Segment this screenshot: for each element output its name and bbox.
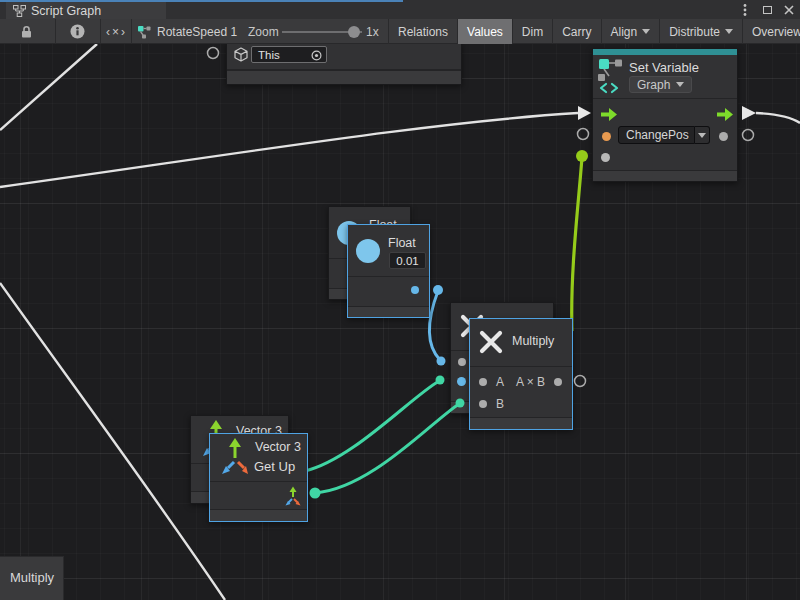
code-toggle-glyph: ‹×› [106, 25, 127, 39]
variable-kind-dropdown[interactable]: Graph [629, 76, 692, 93]
flow-arrowhead-out [742, 106, 756, 120]
vector3-output-port-icon[interactable] [283, 485, 303, 507]
carry-button[interactable]: Carry [552, 19, 600, 44]
inspect-button[interactable] [70, 19, 85, 44]
float-value: 0.01 [396, 255, 418, 267]
vector3-getup-node[interactable]: Vector 3 Get Up [209, 433, 308, 522]
dim-button[interactable]: Dim [512, 19, 552, 44]
input-b-port[interactable] [479, 400, 487, 408]
graph-node-icon [137, 25, 151, 39]
node-title: Multiply [10, 570, 54, 585]
float-node[interactable]: Float 0.01 [347, 224, 430, 318]
unconnected-port-setvariable-right[interactable] [743, 130, 754, 141]
graph-canvas[interactable]: Float Vector 3 This [0, 0, 800, 600]
values-button[interactable]: Values [457, 19, 512, 44]
chevron-down-icon [642, 29, 650, 34]
set-variable-icon [598, 57, 628, 95]
this-node[interactable]: This [226, 42, 462, 85]
unconnected-port-this[interactable] [208, 48, 219, 59]
relations-button[interactable]: Relations [388, 19, 457, 44]
output-port[interactable] [719, 132, 728, 141]
variable-name: ChangePos [626, 128, 689, 142]
flow-out-arrow-icon[interactable] [717, 108, 733, 121]
node-footer [227, 70, 461, 84]
float-value-field[interactable]: 0.01 [389, 252, 426, 269]
multiply-icon [478, 329, 504, 355]
variable-kind-label: Graph [637, 78, 670, 92]
this-field-value: This [258, 49, 280, 61]
maximize-button[interactable] [760, 3, 774, 17]
close-button[interactable] [782, 3, 796, 17]
node-title: Set Variable [629, 60, 699, 75]
tab-title: Script Graph [31, 4, 101, 18]
input-a-label: A [496, 375, 504, 389]
maximize-icon [763, 6, 772, 14]
lock-icon [20, 25, 33, 39]
flow-in-arrow-icon[interactable] [601, 108, 617, 121]
object-picker-icon[interactable] [311, 50, 322, 61]
wire-end-mint-upper [436, 376, 445, 385]
multiply-node[interactable]: Multiply A A × B B [469, 318, 573, 430]
variable-port[interactable] [602, 132, 611, 141]
wire-end-blue [437, 357, 446, 366]
code-preview-toggle[interactable]: ‹×› [106, 19, 127, 44]
zoom-slider-handle[interactable] [348, 26, 360, 38]
align-dropdown[interactable]: Align [601, 19, 660, 44]
flow-wire-topleft [0, 44, 97, 130]
distribute-dropdown[interactable]: Distribute [659, 19, 742, 44]
node-footer [593, 170, 737, 181]
port-dot-connected-blue[interactable] [457, 377, 466, 386]
float-output-port[interactable] [411, 286, 419, 294]
overview-button[interactable]: Overview [742, 19, 800, 44]
flow-wire-into-setvariable [0, 113, 578, 187]
graph-breadcrumb[interactable]: RotateSpeed 1 [137, 19, 237, 44]
gameobject-cube-icon [233, 47, 249, 63]
script-graph-icon [13, 5, 26, 17]
float-icon [356, 239, 380, 263]
toolbar-button-group: Relations Values Dim Carry Align Distrib… [388, 19, 800, 44]
window-menu-button[interactable] [738, 3, 752, 17]
chevron-down-icon [725, 29, 733, 34]
node-footer [210, 509, 307, 521]
flow-arrowhead-in [578, 106, 591, 120]
multiply-node-corner[interactable]: Multiply [0, 556, 64, 600]
this-object-field[interactable]: This [251, 46, 327, 63]
value-port-connected[interactable] [601, 153, 610, 162]
tab-script-graph[interactable]: Script Graph [6, 2, 166, 19]
variable-name-field[interactable]: ChangePos [618, 126, 695, 144]
wire-multiply-to-setvariable [572, 157, 582, 331]
graph-name: RotateSpeed 1 [157, 25, 237, 39]
wire-float-to-multiply [430, 291, 440, 360]
input-b-label: B [496, 397, 504, 411]
zoom-value: 1x [366, 19, 379, 44]
variable-color-bar [593, 49, 737, 55]
lock-button[interactable] [20, 19, 33, 44]
node-title: Multiply [512, 334, 554, 348]
zoom-slider[interactable] [282, 19, 362, 44]
output-port[interactable] [554, 378, 562, 386]
info-icon [70, 24, 85, 39]
unconnected-port-setvariable-left[interactable] [578, 129, 589, 140]
wire-start-blue [433, 285, 443, 295]
node-footer [348, 306, 429, 317]
chevron-down-icon [676, 82, 684, 87]
graph-toolbar: ‹×› RotateSpeed 1 Zoom 1x Relations Valu… [0, 19, 800, 44]
window-titlebar[interactable]: Script Graph [0, 0, 800, 19]
set-variable-node[interactable]: Set Variable Graph ChangePos [592, 48, 738, 182]
flow-wire-out-setvariable [756, 113, 800, 123]
node-subtitle: Get Up [254, 459, 295, 474]
port-dot[interactable] [458, 358, 466, 366]
node-footer [470, 417, 572, 429]
unconnected-port-multiply-out[interactable] [575, 376, 586, 387]
wire-getup-back-to-multiply [305, 381, 439, 471]
zoom-slider-track[interactable] [282, 31, 362, 33]
kebab-menu-icon [743, 3, 747, 17]
close-icon [784, 5, 794, 15]
node-title: Float [388, 236, 416, 250]
output-label: A × B [516, 375, 545, 389]
variable-dropdown-button[interactable] [695, 126, 710, 144]
wire-start-mint [310, 488, 321, 499]
input-a-port[interactable] [479, 378, 487, 386]
vector3-icon [218, 437, 252, 479]
node-title: Vector 3 [255, 440, 301, 454]
